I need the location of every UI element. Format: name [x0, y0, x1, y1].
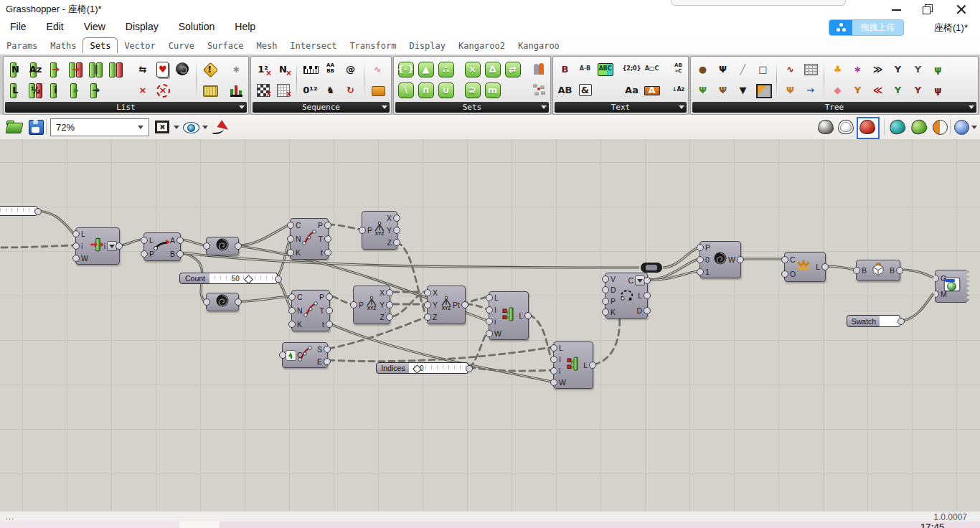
component-flatten-tree-1[interactable]	[206, 237, 239, 255]
component-end-points[interactable]: CSE	[282, 342, 328, 368]
indices-slider[interactable]: Indices0	[376, 362, 469, 374]
preview-wireframe-icon[interactable]	[838, 120, 854, 134]
input-nub-B[interactable]	[853, 267, 860, 274]
item-index-icon[interactable]: →	[47, 60, 65, 78]
wire[interactable]	[900, 270, 933, 278]
sift-pattern-icon[interactable]	[201, 81, 219, 99]
slider-track[interactable]: 0	[409, 362, 468, 374]
delete-consecutive-icon[interactable]: ▲	[417, 60, 435, 78]
input-nub-W[interactable]	[550, 379, 557, 386]
tab-sets[interactable]: Sets	[83, 37, 118, 53]
kangaroo-solver-green-icon[interactable]	[910, 118, 928, 136]
slider-handle[interactable]	[244, 275, 253, 284]
set-intersection-icon[interactable]: ∩	[417, 81, 435, 99]
output-nub-Pt[interactable]	[461, 301, 468, 308]
golden-spiral-icon[interactable]: @	[341, 60, 359, 78]
open-document-icon[interactable]	[6, 118, 23, 136]
input-nub-in[interactable]	[203, 298, 210, 306]
flatten-tree-icon[interactable]: Ψ	[714, 60, 732, 78]
wire-dashed[interactable]	[329, 225, 360, 230]
match-tree-icon[interactable]: ◆	[829, 81, 847, 99]
component-weave-strands[interactable]: COL	[784, 252, 826, 282]
text-trim-icon[interactable]: A□C	[643, 60, 661, 78]
partial-slider[interactable]	[0, 206, 38, 216]
clean-tree-icon[interactable]: ▼	[734, 81, 752, 99]
colour-swatch[interactable]: Swatch	[847, 315, 901, 327]
preview-visibility-icon[interactable]	[182, 118, 199, 136]
graft-tree-icon[interactable]: Ψ	[714, 81, 732, 99]
text-case-icon[interactable]: Aa	[623, 81, 641, 99]
concatenate-to-icon[interactable]: AB »C	[669, 60, 687, 78]
output-nub-X[interactable]	[393, 214, 400, 222]
input-nub-i[interactable]	[550, 367, 557, 374]
tab-vector[interactable]: Vector	[118, 38, 161, 53]
tab-maths[interactable]: Maths	[44, 38, 83, 53]
shift-paths-icon[interactable]: Ψ	[694, 81, 712, 99]
component-interpolate-curve[interactable]: VDPKCLD	[605, 273, 648, 319]
wire[interactable]	[899, 293, 933, 321]
prune-tree-icon[interactable]: ╱	[734, 60, 752, 78]
set-difference-icon[interactable]: ∖	[397, 81, 415, 99]
tab-curve[interactable]: Curve	[162, 38, 201, 53]
concatenate-icon[interactable]: &	[576, 81, 594, 99]
output-nub-i[interactable]	[116, 242, 123, 250]
tab-surface[interactable]: Surface	[201, 38, 250, 53]
menu-file[interactable]: File	[0, 17, 37, 36]
tab-transform[interactable]: Transform	[343, 38, 402, 53]
create-set-icon[interactable]: {·}	[397, 60, 415, 78]
relative-item-icon[interactable]: Y	[849, 81, 867, 99]
preview-shaded-icon[interactable]	[859, 120, 875, 134]
output-nub[interactable]	[897, 318, 905, 325]
input-nub-1[interactable]	[697, 268, 704, 275]
output-nub-T[interactable]	[324, 235, 331, 242]
output-nub-W[interactable]	[737, 256, 744, 263]
replace-items-icon[interactable]: i	[47, 81, 65, 99]
split-list-icon[interactable]	[107, 60, 125, 78]
random-icon[interactable]: ∿	[369, 60, 387, 78]
material-preview-icon[interactable]	[933, 120, 948, 135]
wire-dashed[interactable]	[529, 315, 552, 359]
menu-help[interactable]: Help	[225, 17, 265, 36]
format-text-icon[interactable]: {2;0}	[623, 60, 641, 78]
minimize-button[interactable]	[886, 1, 908, 16]
input-nub-W[interactable]	[72, 255, 80, 262]
key-value-search-icon[interactable]	[530, 81, 548, 99]
group-expand-caret[interactable]	[969, 105, 974, 109]
output-nub-S[interactable]	[324, 346, 331, 353]
component-insert-items-2[interactable]: LIiWL	[553, 341, 593, 389]
output-nub-A[interactable]	[176, 237, 184, 244]
wire-dashed[interactable]	[469, 333, 487, 367]
output-nub-out[interactable]	[235, 298, 242, 306]
component-list-item[interactable]: LiWi	[75, 227, 120, 265]
entwine-icon[interactable]: Y	[909, 60, 927, 78]
wire[interactable]	[180, 240, 204, 245]
output-nub-L[interactable]	[589, 362, 596, 369]
stream-filter-icon[interactable]: Y	[889, 60, 907, 78]
input-nub-P[interactable]	[141, 250, 148, 258]
set-majority-icon[interactable]: ∴	[437, 60, 455, 78]
jitter-box-icon[interactable]	[369, 81, 387, 99]
insert-items-icon[interactable]: N	[6, 60, 24, 78]
range-icon[interactable]	[301, 60, 319, 78]
input-nub-Z[interactable]	[424, 314, 431, 321]
merge-branches-icon[interactable]: ≪	[869, 81, 887, 99]
input-nub-K[interactable]	[288, 321, 296, 328]
input-nub-L[interactable]	[72, 230, 80, 237]
subset-icon[interactable]: ⊇	[463, 81, 481, 99]
occlusion-tree-icon[interactable]: ψ	[929, 81, 947, 99]
component-brep-join[interactable]: BB	[856, 260, 900, 281]
input-nub-L[interactable]	[141, 237, 148, 244]
wire-dashed[interactable]	[332, 296, 352, 304]
display-mode-options-caret[interactable]	[971, 126, 977, 129]
menu-view[interactable]: View	[74, 17, 116, 36]
output-nub-B[interactable]	[896, 267, 903, 274]
loop-sequence-icon[interactable]: ↻	[341, 81, 359, 99]
group-expand-caret[interactable]	[239, 105, 245, 109]
preview-visibility-options-caret[interactable]	[202, 126, 208, 129]
component-divide-curve-2[interactable]: CNKPTt	[291, 290, 330, 331]
input-nub-P[interactable]	[350, 301, 357, 308]
output-nub[interactable]	[34, 208, 42, 215]
component-custom-preview[interactable]: GM	[935, 270, 969, 303]
input-nub-L[interactable]	[486, 294, 493, 301]
stream-gate-icon[interactable]: Y	[889, 81, 907, 99]
